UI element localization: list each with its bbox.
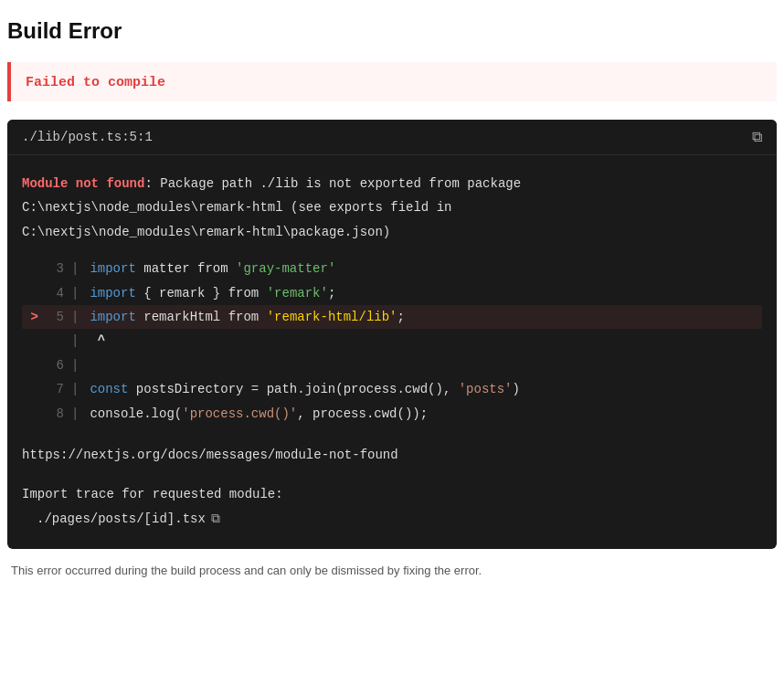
import-trace-section: Import trace for requested module: ./pag… (22, 483, 762, 531)
import-trace: https://nextjs.org/docs/messages/module-… (22, 444, 762, 532)
line-number-8: 8 (42, 404, 64, 424)
line-content-caret: ^ (90, 331, 105, 351)
line-number-caret (42, 331, 64, 351)
line-number-4: 4 (42, 283, 64, 303)
code-line-4: 4 | import { remark } from 'remark'; (22, 281, 762, 305)
line-sep-3: | (71, 258, 79, 279)
code-block-filename: ./lib/post.ts:5:1 (22, 130, 153, 144)
error-message-line-2: C:\nextjs\node_modules\remark-html (see … (22, 197, 762, 217)
line-number-6: 6 (42, 355, 64, 375)
trace-file: ./pages/posts/[id].tsx (37, 508, 206, 531)
import-trace-label: Import trace for requested module: (22, 483, 762, 506)
line-content-4: import { remark } from 'remark'; (90, 283, 335, 303)
line-sep-6: | (71, 355, 79, 375)
line-sep-4: | (71, 283, 79, 303)
code-block-body: Module not found: Package path ./lib is … (7, 155, 777, 549)
line-sep-5: | (71, 307, 79, 327)
code-line-7: 7 | const postsDirectory = path.join(pro… (22, 377, 762, 401)
error-text-1: : Package path ./lib is not exported fro… (144, 176, 521, 191)
docs-link-line: https://nextjs.org/docs/messages/module-… (22, 444, 762, 467)
error-banner-text: Failed to compile (26, 75, 165, 90)
code-block-header: ./lib/post.ts:5:1 ⧉ (7, 120, 777, 155)
line-sep-7: | (71, 379, 79, 399)
error-message-line-3: C:\nextjs\node_modules\remark-html\packa… (22, 222, 762, 242)
code-line-caret: | ^ (22, 329, 762, 353)
line-sep-8: | (71, 404, 79, 424)
code-line-6: 6 | (22, 353, 762, 377)
line-arrow-5: > (22, 307, 38, 327)
line-arrow-caret (22, 331, 38, 351)
line-content-3: import matter from 'gray-matter' (90, 258, 335, 279)
error-message-line-1: Module not found: Package path ./lib is … (22, 174, 762, 194)
line-content-8: console.log('process.cwd()', process.cwd… (90, 404, 428, 424)
code-line-8: 8 | console.log('process.cwd()', process… (22, 402, 762, 426)
docs-link[interactable]: https://nextjs.org/docs/messages/module-… (22, 448, 398, 462)
page-title: Build Error (7, 18, 777, 44)
line-arrow-3 (22, 258, 38, 279)
line-number-7: 7 (42, 379, 64, 399)
line-arrow-4 (22, 283, 38, 303)
code-line-3: 3 | import matter from 'gray-matter' (22, 257, 762, 280)
line-number-3: 3 (42, 258, 64, 279)
line-number-5: 5 (42, 307, 64, 327)
trace-external-link-icon[interactable]: ⧉ (211, 508, 220, 531)
line-arrow-7 (22, 379, 38, 399)
error-keyword: Module not found (22, 176, 144, 191)
line-content-5: import remarkHtml from 'remark-html/lib'… (90, 307, 405, 327)
code-lines: 3 | import matter from 'gray-matter' 4 |… (22, 257, 762, 426)
line-content-7: const postsDirectory = path.join(process… (90, 379, 520, 399)
trace-link-line: ./pages/posts/[id].tsx ⧉ (22, 508, 762, 531)
footnote: This error occurred during the build pro… (7, 564, 777, 577)
code-line-5: > 5 | import remarkHtml from 'remark-htm… (22, 305, 762, 329)
code-block: ./lib/post.ts:5:1 ⧉ Module not found: Pa… (7, 120, 777, 549)
line-arrow-6 (22, 355, 38, 375)
error-banner: Failed to compile (7, 62, 777, 101)
line-sep-caret: | (71, 331, 79, 351)
line-arrow-8 (22, 404, 38, 424)
external-link-icon[interactable]: ⧉ (752, 129, 762, 145)
